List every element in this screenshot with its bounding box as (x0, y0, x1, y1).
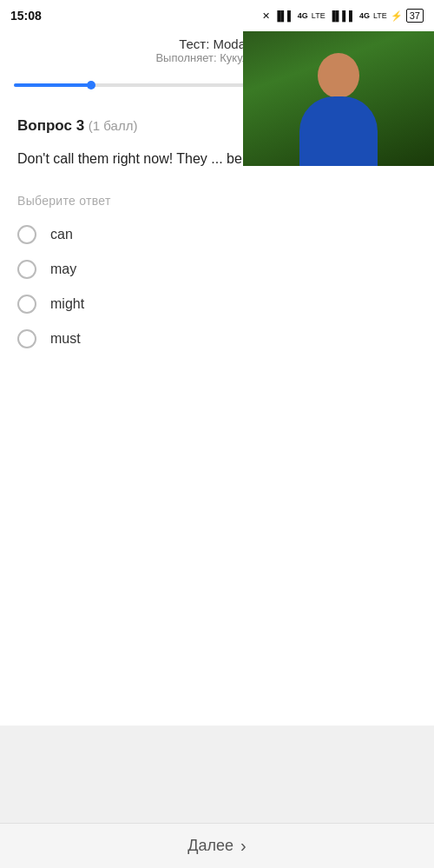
question-points: (1 балл) (89, 118, 138, 133)
footer: Далее › (0, 823, 434, 868)
4g-icon: 4G (298, 11, 308, 20)
bars-icon: ▐▌▌ (273, 10, 293, 21)
next-label: Далее (187, 837, 233, 855)
radio-might[interactable] (17, 295, 36, 314)
option-label-may: may (50, 262, 76, 277)
option-label-must: must (50, 331, 81, 347)
video-person (243, 31, 434, 166)
status-icons: ✕ ▐▌▌ 4G LTE ▐▌▌▌ 4G LTE ⚡ 37 (262, 9, 424, 23)
options-list: can may might must (17, 225, 417, 348)
radio-may[interactable] (17, 260, 36, 279)
next-button[interactable]: Далее › (187, 836, 246, 856)
option-item[interactable]: can (17, 225, 417, 244)
lightning-icon: ⚡ (391, 10, 403, 22)
lte-icon: LTE (312, 11, 326, 20)
signal-icon: ✕ (262, 10, 270, 22)
option-item[interactable]: might (17, 295, 417, 314)
lte2-icon: LTE (373, 11, 387, 20)
next-chevron-icon: › (240, 836, 247, 856)
4g2-icon: 4G (359, 11, 370, 20)
main-card: Вопрос 3 (1 балл) Don't call them right … (0, 100, 434, 726)
radio-can[interactable] (17, 225, 36, 244)
person-body (299, 96, 378, 166)
progress-fill (14, 83, 91, 87)
person-head (318, 53, 359, 98)
option-label-can: can (50, 227, 73, 242)
status-time: 15:08 (10, 9, 42, 23)
radio-must[interactable] (17, 329, 36, 348)
battery-indicator: 37 (406, 9, 424, 23)
select-label: Выберите ответ (17, 194, 417, 208)
bars2-icon: ▐▌▌▌ (329, 10, 356, 21)
question-label: Вопрос 3 (17, 117, 84, 134)
option-item[interactable]: must (17, 329, 417, 348)
progress-dot (87, 81, 95, 89)
option-item[interactable]: may (17, 260, 417, 279)
status-bar: 15:08 ✕ ▐▌▌ 4G LTE ▐▌▌▌ 4G LTE ⚡ 37 (0, 0, 434, 31)
video-person-shape (299, 96, 378, 166)
option-label-might: might (50, 296, 84, 312)
video-overlay[interactable] (243, 31, 434, 166)
